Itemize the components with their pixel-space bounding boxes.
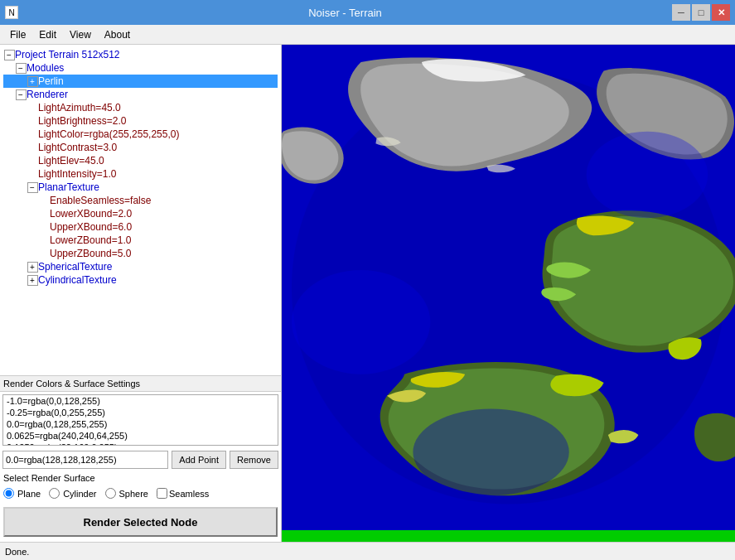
tree-label: LightElev=45.0 xyxy=(38,155,104,167)
tree-label: LowerXBound=2.0 xyxy=(50,208,132,220)
tree-label: LightBrightness=2.0 xyxy=(38,115,126,127)
tree-label: LightContrast=3.0 xyxy=(38,142,117,153)
tree-item[interactable]: Project Terrain 512x512 xyxy=(3,48,278,61)
tree-area[interactable]: Project Terrain 512x512ModulesPerlinRend… xyxy=(0,45,281,376)
minimize-button[interactable]: ─ xyxy=(672,4,690,21)
color-settings-label: Render Colors & Surface Settings xyxy=(0,376,281,392)
render-btn-area: Render Selected Node xyxy=(0,502,281,542)
tree-item[interactable]: PlanarTexture xyxy=(3,181,278,194)
tree-label: Modules xyxy=(27,62,64,74)
app-icon: N xyxy=(5,6,18,19)
tree-label: PlanarTexture xyxy=(38,181,99,193)
tree-label: LightColor=rgba(255,255,255,0) xyxy=(38,128,179,140)
tree-expander[interactable] xyxy=(38,248,50,259)
menu-file[interactable]: File xyxy=(3,27,32,42)
tree-item[interactable]: UpperZBound=5.0 xyxy=(3,247,278,260)
tree-item[interactable]: LightColor=rgba(255,255,255,0) xyxy=(3,128,278,141)
main-layout: Project Terrain 512x512ModulesPerlinRend… xyxy=(0,45,735,542)
tree-label: Renderer xyxy=(27,89,68,100)
tree-expander[interactable] xyxy=(38,234,50,246)
progress-bar xyxy=(282,530,735,542)
menu-edit[interactable]: Edit xyxy=(32,27,63,42)
progress-bar-area xyxy=(282,530,735,542)
terrain-image xyxy=(282,45,735,530)
sphere-option[interactable]: Sphere xyxy=(105,488,148,499)
tree-expander[interactable] xyxy=(27,155,38,167)
color-list-item[interactable]: -0.25=rgba(0,0,255,255) xyxy=(3,407,278,418)
tree-item[interactable]: Modules xyxy=(3,61,278,75)
color-edit-row: Add Point Remove xyxy=(0,448,281,471)
tree-expander[interactable] xyxy=(15,62,27,74)
surface-label: Select Render Surface xyxy=(0,471,281,485)
tree-item[interactable]: LightContrast=3.0 xyxy=(3,141,278,154)
seamless-option[interactable]: Seamless xyxy=(157,488,209,499)
color-list-item[interactable]: 0.0625=rgba(240,240,64,255) xyxy=(3,430,278,442)
tree-label: LightAzimuth=45.0 xyxy=(38,102,121,113)
tree-label: UpperZBound=5.0 xyxy=(50,248,131,259)
tree-expander[interactable] xyxy=(27,102,38,113)
cylinder-radio[interactable] xyxy=(49,488,60,499)
tree-item[interactable]: LightElev=45.0 xyxy=(3,154,278,167)
tree-item[interactable]: LightIntensity=1.0 xyxy=(3,167,278,181)
sphere-radio[interactable] xyxy=(105,488,116,499)
tree-label: CylindricalTexture xyxy=(38,274,117,286)
close-button[interactable]: ✕ xyxy=(712,4,730,21)
color-edit-input[interactable] xyxy=(2,451,168,469)
status-text: Done. xyxy=(5,547,29,557)
tree-item[interactable]: EnableSeamless=false xyxy=(3,194,278,207)
tree-label: LowerZBound=1.0 xyxy=(50,234,131,246)
tree-item[interactable]: SphericalTexture xyxy=(3,260,278,273)
menu-about[interactable]: About xyxy=(98,27,137,42)
tree-expander[interactable] xyxy=(15,89,27,100)
color-list[interactable]: -1.0=rgba(0,0,128,255)-0.25=rgba(0,0,255… xyxy=(2,394,278,446)
color-list-item[interactable]: 0.1250=rgba(32,160,0,255) xyxy=(3,442,278,446)
color-list-item[interactable]: 0.0=rgba(0,128,255,255) xyxy=(3,418,278,430)
remove-button[interactable]: Remove xyxy=(230,451,278,469)
right-panel xyxy=(282,45,735,542)
status-bar: Done. xyxy=(0,542,735,560)
tree-label: Project Terrain 512x512 xyxy=(15,49,120,60)
add-point-button[interactable]: Add Point xyxy=(172,451,226,469)
cylinder-option[interactable]: Cylinder xyxy=(49,488,96,499)
tree-expander[interactable] xyxy=(3,49,15,60)
svg-point-4 xyxy=(413,409,568,496)
render-selected-node-button[interactable]: Render Selected Node xyxy=(3,507,278,537)
tree-expander[interactable] xyxy=(27,75,38,87)
tree-expander[interactable] xyxy=(38,208,50,220)
maximize-button[interactable]: □ xyxy=(692,4,710,21)
tree-item[interactable]: Perlin xyxy=(3,75,278,88)
seamless-checkbox[interactable] xyxy=(157,488,167,499)
tree-expander[interactable] xyxy=(38,221,50,233)
menu-view[interactable]: View xyxy=(63,27,98,42)
window-controls: ─ □ ✕ xyxy=(672,4,730,21)
tree-item[interactable]: LowerZBound=1.0 xyxy=(3,234,278,247)
svg-point-2 xyxy=(292,270,430,374)
tree-expander[interactable] xyxy=(38,195,50,206)
tree-expander[interactable] xyxy=(27,128,38,140)
plane-radio[interactable] xyxy=(3,488,14,499)
tree-item[interactable]: LowerXBound=2.0 xyxy=(3,207,278,220)
terrain-canvas xyxy=(282,45,735,530)
tree-label: EnableSeamless=false xyxy=(50,195,151,206)
tree-expander[interactable] xyxy=(27,142,38,153)
color-list-item[interactable]: -1.0=rgba(0,0,128,255) xyxy=(3,395,278,407)
tree-label: LightIntensity=1.0 xyxy=(38,168,116,180)
title-bar: N Noiser - Terrain ─ □ ✕ xyxy=(0,0,735,25)
menu-bar: File Edit View About xyxy=(0,25,735,45)
tree-item[interactable]: UpperXBound=6.0 xyxy=(3,220,278,234)
tree-expander[interactable] xyxy=(27,181,38,193)
tree-item[interactable]: LightBrightness=2.0 xyxy=(3,114,278,128)
tree-expander[interactable] xyxy=(27,168,38,180)
tree-item[interactable]: LightAzimuth=45.0 xyxy=(3,101,278,114)
tree-expander[interactable] xyxy=(27,261,38,273)
plane-option[interactable]: Plane xyxy=(3,488,41,499)
tree-label: SphericalTexture xyxy=(38,261,112,273)
tree-item[interactable]: CylindricalTexture xyxy=(3,273,278,287)
svg-point-3 xyxy=(587,132,708,219)
left-panel: Project Terrain 512x512ModulesPerlinRend… xyxy=(0,45,282,542)
tree-expander[interactable] xyxy=(27,115,38,127)
tree-label: Perlin xyxy=(38,75,64,87)
surface-row: Plane Cylinder Sphere Seamless xyxy=(0,485,281,502)
tree-item[interactable]: Renderer xyxy=(3,88,278,101)
tree-expander[interactable] xyxy=(27,274,38,286)
